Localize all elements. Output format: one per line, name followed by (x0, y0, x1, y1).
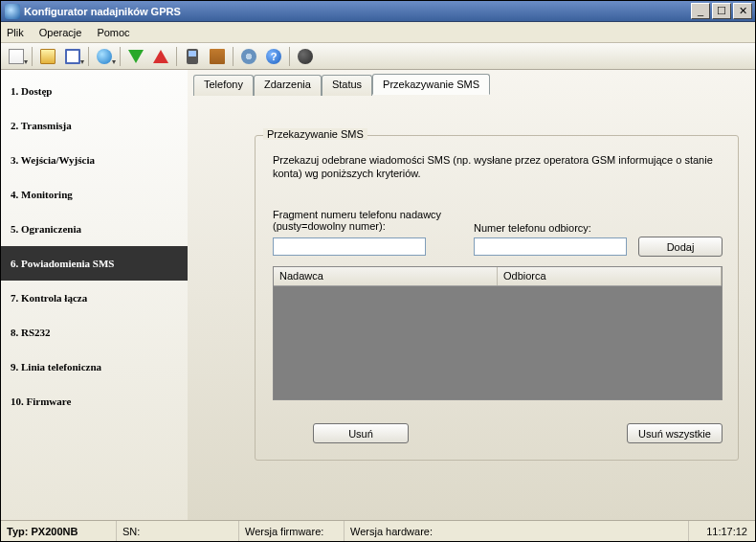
recipient-label: Numer telefonu odbiorcy: (474, 222, 591, 234)
window-control-buttons: _ ☐ ✕ (691, 3, 752, 19)
tab-sms-forwarding[interactable]: Przekazywanie SMS (372, 74, 490, 95)
sender-input[interactable] (273, 237, 426, 256)
sidebar-item-phone-line[interactable]: 9. Linia telefoniczna (1, 350, 188, 384)
maximize-button[interactable]: ☐ (712, 3, 731, 19)
groupbox-title: Przekazywanie SMS (263, 128, 367, 140)
status-fw-label: Wersja firmware: (245, 526, 323, 537)
add-button[interactable]: Dodaj (638, 237, 723, 257)
delete-all-button[interactable]: Usuń wszystkie (627, 423, 723, 443)
misc-button[interactable] (294, 46, 317, 67)
connect-button[interactable]: ▾ (93, 46, 116, 67)
sidebar-item-label: 5. Ograniczenia (11, 223, 81, 235)
arrow-up-icon (153, 50, 168, 63)
forwarding-grid[interactable]: Nadawca Odbiorca (273, 266, 723, 400)
app-icon (5, 4, 20, 19)
globe-icon (97, 49, 112, 64)
window-title: Konfigurator nadajników GPRS (24, 6, 691, 17)
description-text: Przekazuj odebrane wiadomości SMS (np. w… (273, 153, 721, 180)
status-hw-label: Wersja hardware: (350, 526, 433, 537)
dark-globe-icon (298, 49, 313, 64)
dropdown-icon: ▾ (112, 57, 116, 66)
arrow-down-icon (128, 50, 144, 63)
toolbar-separator (233, 47, 233, 66)
sidebar-item-rs232[interactable]: 8. RS232 (1, 315, 188, 350)
sidebar: 1. Dostęp 2. Transmisja 3. Wejścia/Wyjśc… (1, 70, 188, 520)
sidebar-item-monitoring[interactable]: 4. Monitoring (1, 177, 188, 212)
sidebar-item-label: 6. Powiadomienia SMS (11, 258, 114, 269)
status-time: 11:17:12 (688, 521, 755, 541)
status-type: Typ: PX200NB (1, 521, 116, 541)
document-icon (9, 49, 24, 64)
recipient-input[interactable] (474, 237, 627, 256)
sidebar-item-label: 3. Wejścia/Wyjścia (11, 154, 95, 166)
sidebar-item-link-control[interactable]: 7. Kontrola łącza (1, 281, 188, 315)
close-button[interactable]: ✕ (733, 3, 752, 19)
menu-operations[interactable]: Operacje (39, 27, 82, 38)
folder-open-icon (40, 49, 56, 64)
grid-column-sender[interactable]: Nadawca (274, 267, 498, 285)
log-button[interactable] (206, 46, 229, 67)
toolbar: ▾ ▾ ▾ ? (1, 43, 755, 70)
menu-file[interactable]: Plik (7, 27, 24, 38)
save-icon (65, 49, 80, 64)
gear-icon (241, 49, 256, 64)
tab-strip: Telefony Zdarzenia Status Przekazywanie … (193, 74, 755, 95)
sidebar-item-restrictions[interactable]: 5. Ograniczenia (1, 212, 188, 246)
sidebar-item-label: 4. Monitoring (11, 189, 73, 200)
status-sn: SN: (116, 521, 238, 541)
download-button[interactable] (124, 46, 147, 67)
sidebar-item-label: 9. Linia telefoniczna (11, 361, 101, 373)
status-firmware: Wersja firmware: (238, 521, 344, 541)
sidebar-item-transmission[interactable]: 2. Transmisja (1, 108, 188, 143)
title-bar: Konfigurator nadajników GPRS _ ☐ ✕ (1, 1, 755, 22)
dropdown-icon: ▾ (24, 57, 28, 66)
sidebar-item-label: 7. Kontrola łącza (11, 292, 87, 304)
status-bar: Typ: PX200NB SN: Wersja firmware: Wersja… (1, 520, 755, 541)
book-icon (210, 49, 225, 64)
grid-column-recipient[interactable]: Odbiorca (498, 267, 722, 285)
save-button[interactable]: ▾ (61, 46, 84, 67)
open-button[interactable] (36, 46, 59, 67)
status-type-label: Typ: (7, 526, 28, 537)
device-button[interactable] (181, 46, 204, 67)
tab-phones[interactable]: Telefony (193, 75, 254, 96)
new-document-button[interactable]: ▾ (5, 46, 28, 67)
body-area: 1. Dostęp 2. Transmisja 3. Wejścia/Wyjśc… (1, 70, 755, 520)
grid-header: Nadawca Odbiorca (274, 267, 722, 286)
menu-bar: Plik Operacje Pomoc (1, 22, 755, 43)
dropdown-icon: ▾ (80, 57, 84, 66)
delete-button[interactable]: Usuń (313, 423, 409, 443)
sidebar-item-label: 1. Dostęp (11, 85, 52, 97)
toolbar-separator (120, 47, 121, 66)
sidebar-item-access[interactable]: 1. Dostęp (1, 74, 188, 108)
status-sn-label: SN: (122, 526, 140, 537)
sidebar-item-firmware[interactable]: 10. Firmware (1, 384, 188, 418)
toolbar-separator (88, 47, 89, 66)
sidebar-item-io[interactable]: 3. Wejścia/Wyjścia (1, 143, 188, 177)
sidebar-item-label: 8. RS232 (11, 327, 51, 338)
device-icon (187, 49, 198, 64)
menu-help[interactable]: Pomoc (97, 27, 129, 38)
sidebar-item-sms-notifications[interactable]: 6. Powiadomienia SMS (1, 246, 188, 281)
content-pane: Telefony Zdarzenia Status Przekazywanie … (188, 70, 755, 520)
sidebar-item-label: 10. Firmware (11, 395, 71, 407)
minimize-button[interactable]: _ (691, 3, 710, 19)
settings-button[interactable] (237, 46, 260, 67)
tab-status[interactable]: Status (322, 75, 372, 96)
toolbar-separator (289, 47, 290, 66)
toolbar-separator (176, 47, 177, 66)
help-button[interactable]: ? (262, 46, 285, 67)
status-type-value: PX200NB (31, 526, 78, 537)
status-hardware: Wersja hardware: (344, 521, 688, 541)
sms-forwarding-group: Przekazywanie SMS Przekazuj odebrane wia… (255, 135, 739, 461)
help-icon: ? (266, 49, 281, 64)
upload-button[interactable] (149, 46, 172, 67)
toolbar-separator (32, 47, 33, 66)
tab-events[interactable]: Zdarzenia (254, 75, 322, 96)
sender-label: Fragment numeru telefonu nadawcy (pusty=… (273, 209, 445, 232)
sidebar-item-label: 2. Transmisja (11, 120, 72, 131)
